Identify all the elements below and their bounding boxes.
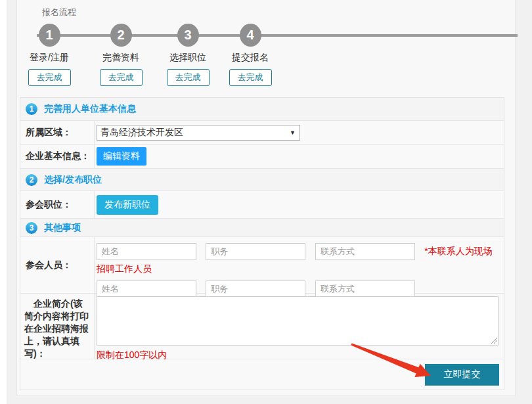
region-select-value: 青岛经济技术开发区 — [100, 127, 183, 139]
submit-row: 立即提交 — [20, 359, 504, 390]
section-3-number-badge: 3 — [26, 222, 37, 234]
section-3-title: 其他事项 — [44, 222, 81, 234]
left-gutter — [0, 0, 7, 404]
company-intro-label: 企业简介(该简介内容将打印在企业招聘海报上，请认真填写)： — [20, 294, 95, 359]
section-2-title: 选择/发布职位 — [44, 174, 102, 186]
attendees-label: 参会人员： — [20, 237, 95, 293]
region-select[interactable]: 青岛经济技术开发区 ▼ — [97, 125, 300, 141]
attendee-1-contact-input[interactable] — [315, 243, 415, 260]
step-3-circle: 3 — [177, 24, 199, 47]
job-row: 参会职位： 发布新职位 — [20, 191, 504, 219]
registration-form: 1 完善用人单位基本信息 所属区域： 青岛经济技术开发区 ▼ 企业基本信息： 编… — [20, 97, 504, 390]
attendee-1-name-input[interactable] — [97, 243, 196, 260]
edit-profile-button[interactable]: 编辑资料 — [97, 147, 146, 166]
section-2-number-badge: 2 — [26, 174, 37, 186]
step-2-circle: 2 — [110, 24, 132, 47]
company-intro-textarea[interactable] — [97, 296, 499, 346]
company-info-label: 企业基本信息： — [20, 145, 95, 168]
steps-title: 报名流程 — [42, 7, 76, 18]
step-1-go-button[interactable]: 去完成 — [28, 69, 71, 86]
publish-job-button[interactable]: 发布新职位 — [97, 195, 158, 215]
company-info-row: 企业基本信息： 编辑资料 — [20, 145, 504, 169]
attendee-1-title-input[interactable] — [206, 243, 305, 260]
step-submit: 4 提交报名 去完成 — [216, 24, 284, 86]
step-4-go-button[interactable]: 去完成 — [229, 69, 272, 86]
dropdown-caret-icon: ▼ — [290, 129, 296, 136]
region-label: 所属区域： — [20, 121, 95, 144]
region-row: 所属区域： 青岛经济技术开发区 ▼ — [20, 121, 504, 145]
step-2-label: 完善资料 — [87, 52, 155, 64]
step-3-go-button[interactable]: 去完成 — [167, 69, 210, 86]
attendees-row: 参会人员： *本联系人为现场招聘工作人员 — [20, 237, 504, 294]
step-4-label: 提交报名 — [216, 52, 284, 64]
step-profile: 2 完善资料 去完成 — [87, 24, 155, 86]
job-label: 参会职位： — [20, 191, 95, 218]
section-1-title: 完善用人单位基本信息 — [44, 103, 136, 115]
step-1-label: 登录/注册 — [15, 52, 83, 64]
step-2-go-button[interactable]: 去完成 — [100, 69, 143, 86]
section-1-number-badge: 1 — [26, 103, 37, 115]
section-3-header: 3 其他事项 — [20, 219, 504, 237]
section-2-header: 2 选择/发布职位 — [20, 169, 504, 191]
section-1-header: 1 完善用人单位基本信息 — [20, 98, 504, 121]
company-intro-row: 企业简介(该简介内容将打印在企业招聘海报上，请认真填写)： 限制在100字以内 — [20, 294, 504, 359]
step-4-circle: 4 — [240, 24, 261, 47]
step-position: 3 选择职位 去完成 — [154, 24, 222, 86]
submit-button[interactable]: 立即提交 — [425, 364, 499, 386]
step-3-label: 选择职位 — [154, 52, 222, 64]
registration-page: 报名流程 1 登录/注册 去完成 2 完善资料 去完成 3 选择职位 去完成 4… — [0, 0, 532, 404]
intro-limit-note: 限制在100字以内 — [97, 349, 504, 361]
step-login: 1 登录/注册 去完成 — [15, 24, 83, 86]
step-1-circle: 1 — [39, 24, 60, 47]
